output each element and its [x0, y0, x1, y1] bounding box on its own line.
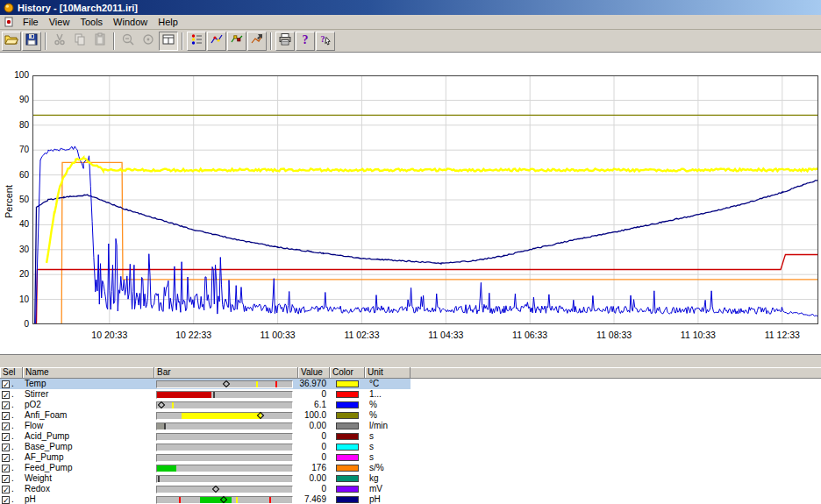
- table-row-flow[interactable]: ✓.Flow0.00l/min: [0, 421, 821, 431]
- row-name: Weight: [23, 473, 154, 484]
- help-button[interactable]: ?: [296, 32, 315, 51]
- svg-text:?: ?: [303, 33, 309, 46]
- row-filler: [410, 379, 821, 389]
- row-unit: mV: [365, 484, 410, 494]
- row-checkbox[interactable]: ✓: [2, 475, 10, 483]
- panel-splitter[interactable]: [0, 354, 821, 367]
- row-checkbox[interactable]: ✓: [2, 433, 10, 441]
- column-header-name[interactable]: Name: [23, 367, 154, 379]
- sel-cell: ✓.: [0, 473, 23, 484]
- row-checkbox[interactable]: ✓: [2, 486, 10, 493]
- row-dot: .: [11, 452, 14, 463]
- table-row-po2[interactable]: ✓.pO26.1%: [0, 400, 821, 410]
- row-color-swatch: [336, 475, 359, 482]
- row-checkbox[interactable]: ✓: [2, 380, 10, 388]
- zoom-window-button[interactable]: [159, 32, 178, 51]
- menu-items: FileViewToolsWindowHelp: [18, 17, 183, 27]
- limit-tick: [164, 423, 166, 429]
- table-row-af_pump[interactable]: ✓.AF_Pump0s: [0, 452, 821, 463]
- sel-cell: ✓.: [0, 400, 23, 410]
- row-dot: .: [11, 431, 14, 442]
- bar-cell: [154, 473, 298, 484]
- row-filler: [410, 473, 821, 484]
- bar-cell: [154, 431, 298, 442]
- table-row-acid_pump[interactable]: ✓.Acid_Pump0s: [0, 431, 821, 442]
- menu-file[interactable]: File: [18, 16, 44, 28]
- y-tick-label: 20: [3, 269, 29, 279]
- row-checkbox[interactable]: ✓: [2, 496, 10, 504]
- row-filler: [410, 463, 821, 473]
- table-row-anfi_foam[interactable]: ✓.Anfi_Foam100.0%: [0, 410, 821, 421]
- row-name: Feed_Pump: [23, 463, 154, 473]
- column-header-color[interactable]: Color: [330, 367, 365, 379]
- row-name: pO2: [23, 400, 154, 410]
- row-checkbox[interactable]: ✓: [2, 401, 10, 409]
- paste-button: [90, 32, 110, 51]
- table-row-stirrer[interactable]: ✓.Stirrer01...: [0, 389, 821, 400]
- column-header-sel[interactable]: Sel: [0, 367, 23, 379]
- column-header-value[interactable]: Value: [298, 367, 330, 379]
- history-plot[interactable]: [32, 75, 818, 324]
- color-cell: [330, 431, 365, 442]
- row-name: Base_Pump: [23, 442, 154, 452]
- y-tick-label: 90: [3, 95, 29, 104]
- row-dot: .: [11, 473, 14, 484]
- row-color-swatch: [336, 401, 359, 408]
- table-row-temp[interactable]: ✓.Temp36.970°C: [0, 379, 821, 389]
- menu-view[interactable]: View: [44, 16, 75, 28]
- row-color-swatch: [336, 496, 359, 503]
- row-checkbox[interactable]: ✓: [2, 391, 10, 399]
- row-dot: .: [11, 410, 14, 421]
- row-checkbox[interactable]: ✓: [2, 465, 10, 472]
- menu-help[interactable]: Help: [153, 16, 183, 28]
- row-checkbox[interactable]: ✓: [2, 444, 10, 451]
- toolbar-separator: [45, 32, 46, 50]
- limit-tick: [179, 497, 181, 503]
- row-checkbox[interactable]: ✓: [2, 454, 10, 462]
- row-value: 36.970: [298, 379, 330, 389]
- row-color-swatch: [336, 412, 359, 419]
- curve-points-button[interactable]: [207, 32, 226, 51]
- row-filler: [410, 410, 821, 421]
- y-tick-label: 50: [3, 195, 29, 204]
- marker-list-button[interactable]: [187, 32, 206, 51]
- table-row-redox[interactable]: ✓.Redox0mV: [0, 484, 821, 494]
- chart-panel: Percent 0102030405060708090100 10 20:331…: [0, 53, 821, 354]
- bar-cell: [154, 442, 298, 452]
- curve-export-icon: [250, 32, 264, 50]
- menu-window[interactable]: Window: [108, 16, 153, 28]
- save-button[interactable]: [22, 32, 41, 51]
- column-header-unit[interactable]: Unit: [365, 367, 410, 379]
- row-dot: .: [11, 484, 14, 494]
- limit-tick: [236, 497, 238, 503]
- row-color-swatch: [336, 391, 359, 398]
- row-filler: [410, 452, 821, 463]
- row-checkbox[interactable]: ✓: [2, 422, 10, 430]
- table-row-ph[interactable]: ✓.pH7.469pH: [0, 494, 821, 504]
- row-bar: [156, 454, 293, 462]
- marker-list-icon: [189, 32, 203, 50]
- row-dot: .: [11, 379, 14, 389]
- table-row-feed_pump[interactable]: ✓.Feed_Pump176s/%: [0, 463, 821, 473]
- print-button[interactable]: [275, 32, 295, 51]
- bar-fill: [157, 392, 211, 398]
- x-tick-label: 10 20:33: [82, 330, 138, 340]
- limit-tick: [275, 381, 277, 387]
- open-button[interactable]: [2, 32, 21, 51]
- curve-export-button[interactable]: [247, 32, 267, 51]
- row-value: 0.00: [298, 473, 330, 484]
- x-tick-label: 10 22:33: [166, 330, 222, 340]
- row-filler: [410, 442, 821, 452]
- context-help-button[interactable]: ?: [316, 32, 335, 51]
- limit-tick: [256, 381, 258, 387]
- curve-compare-button[interactable]: [227, 32, 246, 51]
- row-checkbox[interactable]: ✓: [2, 412, 10, 420]
- table-row-weight[interactable]: ✓.Weight0.00kg: [0, 473, 821, 484]
- column-header-bar[interactable]: Bar: [154, 367, 298, 379]
- table-row-base_pump[interactable]: ✓.Base_Pump0s: [0, 442, 821, 452]
- document-icon[interactable]: [4, 17, 14, 27]
- menu-tools[interactable]: Tools: [75, 16, 108, 28]
- app-icon[interactable]: [4, 3, 14, 13]
- zoom-window-icon: [161, 32, 175, 50]
- setpoint-diamond: [223, 380, 230, 387]
